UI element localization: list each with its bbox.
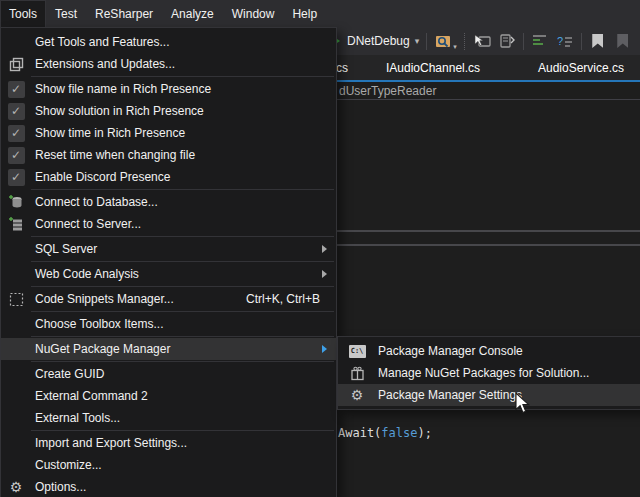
submenu-item-package-manager-settings[interactable]: ⚙ Package Manager Settings: [338, 384, 640, 406]
mouse-cursor: [514, 392, 531, 419]
svg-text:?: ?: [557, 35, 563, 47]
menu-item-get-tools-and-features[interactable]: Get Tools and Features...: [1, 31, 336, 53]
gear-icon: ⚙: [351, 388, 364, 402]
menu-item-nuget-package-manager[interactable]: NuGet Package Manager: [1, 338, 336, 360]
menu-item-options[interactable]: ⚙ Options...: [1, 476, 336, 497]
nuget-package-manager-submenu: C:\ Package Manager Console Manage NuGet…: [337, 336, 640, 410]
menu-item-sql-server[interactable]: SQL Server: [1, 238, 336, 260]
tab-partial[interactable]: cs: [336, 55, 348, 80]
submenu-item-manage-nuget-packages-for-solution[interactable]: Manage NuGet Packages for Solution...: [338, 362, 640, 384]
run-configuration-label: DNetDebug: [347, 34, 410, 48]
previous-bookmark-icon[interactable]: [614, 32, 632, 50]
menu-item-external-command-2[interactable]: External Command 2: [1, 385, 336, 407]
format-document-icon[interactable]: [531, 32, 549, 50]
navigate-backward-icon[interactable]: [473, 32, 491, 50]
menu-separator: [31, 189, 334, 190]
menu-item-show-solution-in-rich-presence[interactable]: ✓ Show solution in Rich Presence: [1, 100, 336, 122]
checkmark-icon: ✓: [8, 81, 25, 98]
menu-item-show-file-name-in-rich-presence[interactable]: ✓ Show file name in Rich Presence: [1, 78, 336, 100]
editor-horizontal-rule: [337, 244, 640, 246]
menubar-item-analyze[interactable]: Analyze: [162, 0, 223, 27]
submenu-item-package-manager-console[interactable]: C:\ Package Manager Console: [338, 340, 640, 362]
checkmark-icon: ✓: [8, 169, 25, 186]
menu-item-import-and-export-settings[interactable]: Import and Export Settings...: [1, 432, 336, 454]
toolbar-separator: [581, 33, 582, 50]
tab-iaudiochannel[interactable]: IAudioChannel.cs: [386, 55, 480, 80]
toolbar-separator: [426, 33, 427, 50]
code-snippets-icon: [9, 292, 24, 307]
menu-item-extensions-and-updates[interactable]: Extensions and Updates...: [1, 53, 336, 75]
menu-item-customize[interactable]: Customize...: [1, 454, 336, 476]
menu-separator: [31, 336, 334, 337]
run-configuration-dropdown[interactable]: DNetDebug ▾: [347, 34, 419, 48]
tab-audioservice[interactable]: AudioService.cs: [538, 55, 624, 80]
connect-server-icon: [8, 216, 24, 232]
menu-separator: [31, 361, 334, 362]
menu-separator: [31, 286, 334, 287]
shortcut-label: Ctrl+K, Ctrl+B: [246, 292, 320, 306]
checkmark-icon: ✓: [8, 103, 25, 120]
tools-menu: Get Tools and Features... Extensions and…: [0, 27, 337, 497]
menu-item-enable-discord-presence[interactable]: ✓ Enable Discord Presence: [1, 166, 336, 188]
menubar-item-help[interactable]: Help: [283, 0, 326, 27]
submenu-arrow-icon: [322, 245, 327, 253]
checkmark-icon: ✓: [8, 147, 25, 164]
submenu-arrow-icon: [322, 345, 327, 353]
menu-separator: [31, 236, 334, 237]
menu-item-show-time-in-rich-presence[interactable]: ✓ Show time in Rich Presence: [1, 122, 336, 144]
package-icon: [350, 366, 365, 381]
bookmark-icon[interactable]: [589, 32, 607, 50]
navigation-bar-type-label: dUserTypeReader: [339, 84, 436, 98]
menubar-item-resharper[interactable]: ReSharper: [86, 0, 162, 27]
code-line[interactable]: Await(false);: [338, 426, 432, 440]
menu-item-choose-toolbox-items[interactable]: Choose Toolbox Items...: [1, 313, 336, 335]
console-icon: C:\: [349, 345, 366, 358]
main-menu-bar: Tools Test ReSharper Analyze Window Help: [0, 0, 640, 27]
paste-document-icon[interactable]: [498, 32, 516, 50]
menu-separator: [31, 430, 334, 431]
chevron-down-icon: ▾: [415, 37, 420, 46]
extensions-icon: [9, 57, 24, 72]
menu-item-code-snippets-manager[interactable]: Code Snippets Manager... Ctrl+K, Ctrl+B: [1, 288, 336, 310]
checkmark-icon: ✓: [8, 125, 25, 142]
chevron-down-icon[interactable]: ▾: [453, 43, 457, 50]
toolbar-separator: [464, 33, 466, 50]
connect-database-icon: [8, 194, 24, 210]
menu-item-reset-time-when-changing-file[interactable]: ✓ Reset time when changing file: [1, 144, 336, 166]
editor-horizontal-rule: [337, 230, 640, 232]
vs-ide-window: context, string input, Await(false); d.I…: [0, 0, 640, 497]
menubar-item-tools[interactable]: Tools: [0, 0, 46, 27]
menu-item-connect-to-server[interactable]: Connect to Server...: [1, 213, 336, 235]
menubar-item-window[interactable]: Window: [223, 0, 284, 27]
gear-icon: ⚙: [10, 480, 23, 494]
comment-help-icon[interactable]: ?: [556, 32, 574, 50]
find-in-files-icon[interactable]: [434, 32, 452, 50]
submenu-arrow-icon: [322, 270, 327, 278]
menu-item-connect-to-database[interactable]: Connect to Database...: [1, 191, 336, 213]
menu-item-external-tools[interactable]: External Tools...: [1, 407, 336, 429]
menu-item-create-guid[interactable]: Create GUID: [1, 363, 336, 385]
toolbar-separator: [523, 33, 524, 50]
menu-separator: [31, 311, 334, 312]
menubar-item-test[interactable]: Test: [46, 0, 86, 27]
menu-separator: [31, 76, 334, 77]
menu-separator: [31, 261, 334, 262]
menu-item-web-code-analysis[interactable]: Web Code Analysis: [1, 263, 336, 285]
